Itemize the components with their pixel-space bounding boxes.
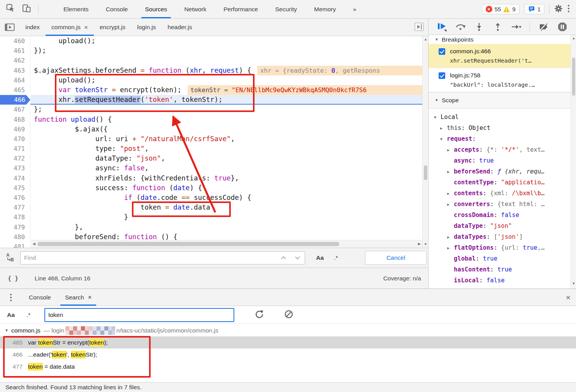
scope-row-async[interactable]: async: true: [428, 155, 576, 166]
code-line-463[interactable]: 463$.ajaxSettings.beforeSend = function …: [0, 66, 422, 75]
line-number[interactable]: 471: [0, 144, 30, 154]
code-content[interactable]: async: false,: [30, 163, 422, 173]
search-result-row[interactable]: 477token = date.data: [0, 360, 576, 373]
search-result-file-header[interactable]: ▼ common.js — login n/tacs-uc/static/js/…: [0, 325, 576, 336]
close-icon[interactable]: ×: [84, 24, 88, 31]
scope-row-this[interactable]: ▶this: Object: [428, 122, 576, 133]
editor-overflow-icon[interactable]: [413, 21, 425, 34]
code-content[interactable]: },: [30, 222, 422, 232]
search-result-row[interactable]: 466...eader('token', tokenStr);: [0, 348, 576, 360]
line-number[interactable]: 478: [0, 212, 30, 222]
search-match-case-button[interactable]: Aa: [7, 312, 15, 318]
editor-vertical-scrollbar[interactable]: ▲ ▼: [422, 36, 428, 248]
scope-row-beforeSend[interactable]: ▶beforeSend: ƒ (xhr, requ…: [428, 166, 576, 177]
tab-elements[interactable]: Elements: [55, 0, 97, 18]
match-case-button[interactable]: Aa: [316, 254, 324, 261]
scope-row-request[interactable]: ▼request:: [428, 133, 576, 144]
code-content[interactable]: };: [30, 105, 422, 114]
scope-row-hasContent[interactable]: hasContent: true: [428, 264, 576, 275]
code-content[interactable]: $.ajax({: [30, 124, 422, 134]
step-over-button[interactable]: [455, 22, 465, 32]
line-number[interactable]: 463: [0, 66, 30, 75]
scope-row-global[interactable]: global: true: [428, 253, 576, 264]
line-number[interactable]: 474: [0, 173, 30, 183]
tab-console[interactable]: Console: [97, 0, 137, 18]
line-number[interactable]: 470: [0, 134, 30, 144]
code-line-477[interactable]: 477 token = date.data: [0, 203, 422, 212]
issues-badge[interactable]: × 55 9: [482, 4, 520, 14]
clear-icon[interactable]: [284, 310, 293, 320]
code-content[interactable]: dataType: "json",: [30, 154, 422, 163]
line-number[interactable]: 469: [0, 124, 30, 134]
scrollbar-thumb[interactable]: [424, 165, 427, 180]
settings-gear-icon[interactable]: [554, 4, 563, 14]
code-content[interactable]: [30, 56, 422, 65]
scroll-up-icon[interactable]: ▲: [572, 37, 576, 40]
file-tab-login-js[interactable]: login.js: [131, 19, 162, 36]
inspect-icon[interactable]: [6, 4, 15, 14]
scope-row-converters[interactable]: ▶converters: {text html: …: [428, 199, 576, 210]
line-number[interactable]: 477: [0, 203, 30, 212]
scope-row-contents[interactable]: ▶contents: {xml: /\bxml\b…: [428, 188, 576, 199]
line-number[interactable]: 462: [0, 56, 30, 65]
scope-section-header[interactable]: ▼ Scope: [428, 92, 576, 108]
scroll-right-icon[interactable]: ▶: [418, 242, 421, 246]
code-line-461[interactable]: 461});: [0, 46, 422, 56]
code-content[interactable]: var tokenStr = encrypt(token);tokenStr =…: [30, 85, 422, 95]
scrollbar-thumb[interactable]: [37, 242, 339, 246]
drawer-kebab-icon[interactable]: [0, 289, 22, 306]
code-line-465[interactable]: 465 var tokenStr = encrypt(token);tokenS…: [0, 85, 422, 95]
line-number[interactable]: 464: [0, 75, 30, 85]
scrollbar-thumb[interactable]: [572, 58, 575, 96]
code-line-474[interactable]: 474 xhrFields: {withCredentials: true},: [0, 173, 422, 183]
code-line-473[interactable]: 473 async: false,: [0, 163, 422, 173]
code-line-462[interactable]: 462: [0, 56, 422, 65]
line-number[interactable]: 467: [0, 105, 30, 114]
tab-more-tabs[interactable]: »: [344, 0, 365, 18]
line-number[interactable]: 475: [0, 183, 30, 193]
scroll-down-icon[interactable]: ▼: [424, 243, 427, 246]
file-tab-common-js[interactable]: common.js×: [46, 19, 94, 36]
search-regex-button[interactable]: .*: [26, 312, 30, 318]
code-content[interactable]: xhr.setRequestHeader('token', tokenStr);: [30, 95, 422, 105]
scroll-left-icon[interactable]: ◀: [33, 242, 35, 246]
find-next-icon[interactable]: [290, 252, 304, 264]
scope-row-accepts[interactable]: ▶accepts: {*: '*/*', text…: [428, 144, 576, 155]
step-out-button[interactable]: [492, 22, 503, 32]
code-content[interactable]: upload();: [30, 75, 422, 85]
scope-row-dataType[interactable]: dataType: "json": [428, 220, 576, 231]
scope-row-Local[interactable]: ▼Local: [428, 112, 576, 122]
scope-row-dataTypes[interactable]: ▶dataTypes: ['json']: [428, 231, 576, 242]
line-number[interactable]: 473: [0, 163, 30, 173]
code-content[interactable]: $.ajaxSettings.beforeSend = function (xh…: [30, 66, 422, 75]
file-tab-index[interactable]: index: [19, 19, 46, 36]
breakpoint-entry[interactable]: login.js:758"backUrl": localStorage.…: [428, 68, 576, 92]
replace-toggle-icon[interactable]: AB: [5, 252, 16, 264]
code-line-467[interactable]: 467};: [0, 105, 422, 114]
scroll-up-icon[interactable]: ▲: [424, 38, 427, 41]
device-toolbar-icon[interactable]: [22, 4, 31, 14]
code-line-460[interactable]: 460 upload();: [0, 36, 422, 46]
cancel-button[interactable]: Cancel: [365, 251, 427, 265]
code-line-472[interactable]: 472 dataType: "json",: [0, 154, 422, 163]
line-number[interactable]: 460: [0, 36, 30, 46]
drawer-tab-search[interactable]: Search ×: [58, 289, 98, 306]
line-number[interactable]: 479: [0, 222, 30, 232]
file-tab-encrypt-js[interactable]: encrypt.js: [94, 19, 131, 36]
code-line-466[interactable]: 466 xhr.setRequestHeader('token', tokenS…: [0, 95, 422, 105]
code-content[interactable]: if (date.code == successCode) {: [30, 193, 422, 203]
step-button[interactable]: [511, 22, 522, 32]
code-line-476[interactable]: 476 if (date.code == successCode) {: [0, 193, 422, 203]
code-line-468[interactable]: 468function upload() {: [0, 115, 422, 124]
scope-row-isLocal[interactable]: isLocal: false: [428, 275, 576, 286]
line-number[interactable]: 481: [0, 242, 30, 248]
file-tab-header-js[interactable]: header.js: [162, 19, 198, 36]
messages-badge[interactable]: 1: [524, 4, 544, 14]
code-content[interactable]: success: function (date) {: [30, 183, 422, 193]
code-content[interactable]: function upload() {: [30, 115, 422, 124]
tab-network[interactable]: Network: [176, 0, 215, 18]
kebab-menu-icon[interactable]: [567, 4, 570, 14]
code-content[interactable]: upload();: [30, 36, 422, 46]
line-number[interactable]: 466: [0, 95, 30, 105]
pause-on-exceptions-button[interactable]: [557, 22, 567, 32]
